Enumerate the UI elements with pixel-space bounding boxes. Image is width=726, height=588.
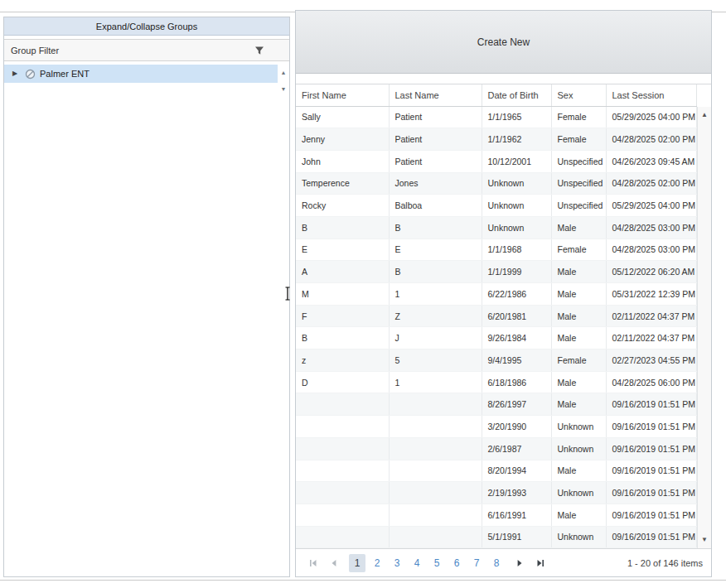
first-page-button[interactable] bbox=[304, 554, 322, 572]
table-cell: B bbox=[296, 216, 389, 239]
table-cell: Male bbox=[551, 305, 606, 327]
table-cell: Patient bbox=[389, 106, 482, 128]
scroll-down-icon[interactable]: ▼ bbox=[278, 81, 288, 98]
table-cell: 09/16/2019 01:51 PM bbox=[606, 437, 697, 460]
table-cell: Male bbox=[551, 460, 606, 482]
table-row[interactable]: 8/20/1994Male09/16/2019 01:51 PM bbox=[296, 460, 697, 482]
table-row[interactable]: EE1/1/1968Female04/28/2025 03:00 PM bbox=[296, 239, 697, 261]
page-button[interactable]: 2 bbox=[369, 554, 385, 572]
tree-scrollbar[interactable]: ▲ ▼ bbox=[278, 65, 288, 103]
next-page-button[interactable] bbox=[511, 554, 529, 572]
table-cell: Unknown bbox=[482, 195, 551, 217]
column-header[interactable]: Last Name bbox=[389, 84, 482, 106]
expand-collapse-groups-button[interactable]: Expand/Collapse Groups bbox=[4, 17, 289, 36]
table-row[interactable]: 2/19/1993Unknown09/16/2019 01:51 PM bbox=[296, 482, 697, 504]
table-cell: 3/20/1990 bbox=[482, 416, 551, 438]
table-row[interactable]: 6/16/1991Male09/16/2019 01:51 PM bbox=[296, 504, 697, 526]
table-cell: 04/28/2025 02:00 PM bbox=[606, 128, 697, 151]
prev-page-button[interactable] bbox=[325, 554, 343, 572]
group-icon bbox=[25, 69, 36, 80]
table-cell: 09/16/2019 01:51 PM bbox=[606, 460, 697, 482]
table-cell: A bbox=[296, 261, 389, 283]
table-row[interactable]: D16/18/1986Male04/28/2025 06:00 PM bbox=[296, 371, 697, 393]
page-button[interactable]: 1 bbox=[349, 554, 365, 572]
table-cell: Male bbox=[551, 371, 606, 393]
table-row[interactable]: RockyBalboaUnknownUnspecified05/29/2025 … bbox=[296, 195, 697, 217]
column-header[interactable]: First Name bbox=[296, 84, 389, 106]
table-row[interactable]: 5/1/1991Unknown09/16/2019 01:51 PM bbox=[296, 526, 697, 548]
table-cell: 6/20/1981 bbox=[482, 305, 551, 327]
clients-grid: First NameLast NameDate of BirthSexLast … bbox=[296, 84, 697, 548]
table-row[interactable]: JohnPatient10/12/2001Unspecified04/26/20… bbox=[296, 150, 697, 172]
pager-pages: 12345678 bbox=[349, 554, 505, 572]
table-cell: 5 bbox=[389, 349, 482, 372]
table-cell: 02/27/2023 04:55 PM bbox=[606, 349, 697, 372]
table-cell: 1/1/1962 bbox=[482, 128, 551, 151]
table-cell: Rocky bbox=[296, 195, 389, 217]
tree-item-group[interactable]: ▶ Palmer ENT bbox=[4, 65, 278, 83]
page-button[interactable]: 3 bbox=[389, 554, 405, 572]
grid-scrollbar[interactable]: ▲ ▼ bbox=[697, 107, 711, 548]
table-row[interactable]: 3/20/1990Unknown09/16/2019 01:51 PM bbox=[296, 416, 697, 438]
page-button[interactable]: 5 bbox=[428, 554, 445, 572]
filter-icon[interactable] bbox=[254, 46, 264, 55]
column-header[interactable]: Date of Birth bbox=[482, 84, 551, 106]
table-cell bbox=[296, 482, 389, 504]
table-cell: John bbox=[296, 150, 389, 172]
grid-body: SallyPatient1/1/1965Female05/29/2025 04:… bbox=[296, 106, 697, 548]
last-page-button[interactable] bbox=[531, 554, 549, 572]
table-cell: Male bbox=[551, 327, 606, 349]
table-cell: 04/28/2025 03:00 PM bbox=[606, 216, 697, 239]
table-cell: Balboa bbox=[389, 195, 482, 217]
table-row[interactable]: BJ9/26/1984Male02/11/2022 04:37 PM bbox=[296, 327, 697, 349]
table-cell: 1/1/1965 bbox=[482, 106, 551, 128]
table-cell bbox=[296, 526, 389, 548]
table-cell: Patient bbox=[389, 150, 482, 172]
table-cell: Male bbox=[551, 504, 606, 526]
table-cell: Unspecified bbox=[551, 172, 606, 195]
create-new-button[interactable]: Create New bbox=[296, 11, 711, 74]
table-row[interactable]: z59/4/1995Female02/27/2023 04:55 PM bbox=[296, 349, 697, 372]
window-bottom-border bbox=[0, 580, 726, 581]
table-cell bbox=[296, 393, 389, 416]
ibeam-cursor bbox=[284, 287, 291, 304]
page-button[interactable]: 6 bbox=[448, 554, 465, 572]
group-filter-label: Group Filter bbox=[11, 46, 59, 55]
pager-nav: 12345678 bbox=[304, 554, 549, 572]
table-cell: 1 bbox=[389, 283, 482, 306]
table-row[interactable]: TemperenceJonesUnknownUnspecified04/28/2… bbox=[296, 172, 697, 195]
scroll-up-icon[interactable]: ▲ bbox=[698, 108, 711, 122]
table-cell bbox=[389, 526, 482, 548]
groups-panel: Expand/Collapse Groups Group Filter ▶ Pa… bbox=[3, 17, 290, 577]
table-row[interactable]: BBUnknownMale04/28/2025 03:00 PM bbox=[296, 216, 697, 239]
tree-item-label: Palmer ENT bbox=[40, 69, 90, 79]
group-filter-bar[interactable]: Group Filter bbox=[4, 39, 289, 61]
table-cell: Female bbox=[551, 349, 606, 372]
table-cell: 09/16/2019 01:51 PM bbox=[606, 504, 697, 526]
pager-status: 1 - 20 of 146 items bbox=[627, 558, 703, 568]
table-row[interactable]: 8/26/1997Male09/16/2019 01:51 PM bbox=[296, 393, 697, 416]
table-cell: 2/6/1987 bbox=[482, 437, 551, 460]
page-button[interactable]: 4 bbox=[409, 554, 425, 572]
column-header[interactable]: Sex bbox=[551, 84, 606, 106]
table-row[interactable]: SallyPatient1/1/1965Female05/29/2025 04:… bbox=[296, 106, 697, 128]
table-cell: 05/29/2025 04:00 PM bbox=[606, 195, 697, 217]
page-button[interactable]: 7 bbox=[468, 554, 485, 572]
table-cell: B bbox=[389, 261, 482, 283]
table-row[interactable]: M16/22/1986Male05/31/2022 12:39 PM bbox=[296, 283, 697, 306]
table-row[interactable]: 2/6/1987Unknown09/16/2019 01:51 PM bbox=[296, 437, 697, 460]
table-cell: Male bbox=[551, 283, 606, 306]
column-header[interactable]: Last Session bbox=[606, 84, 697, 106]
expand-arrow-icon[interactable]: ▶ bbox=[12, 70, 21, 77]
table-row[interactable]: FZ6/20/1981Male02/11/2022 04:37 PM bbox=[296, 305, 697, 327]
table-row[interactable]: JennyPatient1/1/1962Female04/28/2025 02:… bbox=[296, 128, 697, 151]
page-button[interactable]: 8 bbox=[488, 554, 505, 572]
scroll-down-icon[interactable]: ▼ bbox=[698, 533, 711, 547]
table-cell: E bbox=[389, 239, 482, 261]
scroll-up-icon[interactable]: ▲ bbox=[278, 65, 288, 81]
table-cell: B bbox=[389, 216, 482, 239]
table-cell: 09/16/2019 01:51 PM bbox=[606, 393, 697, 416]
group-tree: ▶ Palmer ENT ▲ ▼ bbox=[4, 65, 289, 561]
table-row[interactable]: AB1/1/1999Male05/12/2022 06:20 AM bbox=[296, 261, 697, 283]
table-cell: J bbox=[389, 327, 482, 349]
